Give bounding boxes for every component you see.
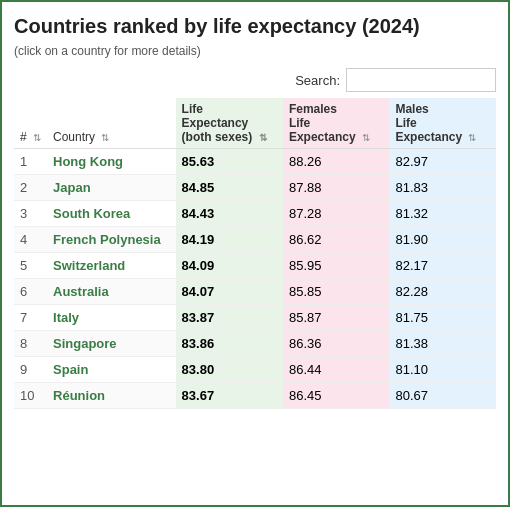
table-row[interactable]: 5 Switzerland 84.09 85.95 82.17: [14, 253, 496, 279]
rank-cell: 6: [14, 279, 47, 305]
country-cell[interactable]: Hong Kong: [47, 149, 176, 175]
males-cell: 81.38: [389, 331, 496, 357]
males-header: MalesLifeExpectancy ⇅: [389, 98, 496, 149]
table-row[interactable]: 10 Réunion 83.67 86.45 80.67: [14, 383, 496, 409]
country-cell[interactable]: Réunion: [47, 383, 176, 409]
males-cell: 80.67: [389, 383, 496, 409]
country-link[interactable]: Hong Kong: [53, 154, 123, 169]
rank-header: # ⇅: [14, 98, 47, 149]
males-cell: 81.83: [389, 175, 496, 201]
page-title: Countries ranked by life expectancy (202…: [14, 14, 496, 38]
table-row[interactable]: 9 Spain 83.80 86.44 81.10: [14, 357, 496, 383]
females-cell: 85.95: [283, 253, 390, 279]
females-cell: 86.36: [283, 331, 390, 357]
life-exp-cell: 83.67: [176, 383, 283, 409]
page-container: Countries ranked by life expectancy (202…: [2, 2, 508, 417]
table-row[interactable]: 8 Singapore 83.86 86.36 81.38: [14, 331, 496, 357]
females-cell: 85.85: [283, 279, 390, 305]
country-link[interactable]: Japan: [53, 180, 91, 195]
country-link[interactable]: French Polynesia: [53, 232, 161, 247]
country-cell[interactable]: Singapore: [47, 331, 176, 357]
country-link[interactable]: Réunion: [53, 388, 105, 403]
rank-cell: 10: [14, 383, 47, 409]
table-row[interactable]: 1 Hong Kong 85.63 88.26 82.97: [14, 149, 496, 175]
table-row[interactable]: 7 Italy 83.87 85.87 81.75: [14, 305, 496, 331]
country-cell[interactable]: Switzerland: [47, 253, 176, 279]
females-cell: 86.44: [283, 357, 390, 383]
females-sort-icon[interactable]: ⇅: [362, 132, 370, 143]
rank-sort-icon[interactable]: ⇅: [33, 132, 41, 143]
country-link[interactable]: Spain: [53, 362, 88, 377]
males-cell: 82.97: [389, 149, 496, 175]
search-bar: Search:: [14, 68, 496, 92]
table-row[interactable]: 2 Japan 84.85 87.88 81.83: [14, 175, 496, 201]
life-exp-cell: 84.19: [176, 227, 283, 253]
rank-cell: 4: [14, 227, 47, 253]
males-cell: 81.10: [389, 357, 496, 383]
life-exp-cell: 85.63: [176, 149, 283, 175]
table-row[interactable]: 3 South Korea 84.43 87.28 81.32: [14, 201, 496, 227]
country-cell[interactable]: Japan: [47, 175, 176, 201]
males-cell: 81.75: [389, 305, 496, 331]
females-cell: 86.62: [283, 227, 390, 253]
country-link[interactable]: Singapore: [53, 336, 117, 351]
life-exp-cell: 84.09: [176, 253, 283, 279]
males-cell: 82.17: [389, 253, 496, 279]
country-cell[interactable]: Italy: [47, 305, 176, 331]
males-sort-icon[interactable]: ⇅: [468, 132, 476, 143]
country-cell[interactable]: Spain: [47, 357, 176, 383]
life-exp-cell: 84.07: [176, 279, 283, 305]
females-cell: 87.28: [283, 201, 390, 227]
rank-cell: 7: [14, 305, 47, 331]
life-expectancy-header: LifeExpectancy(both sexes) ⇅: [176, 98, 283, 149]
table-row[interactable]: 6 Australia 84.07 85.85 82.28: [14, 279, 496, 305]
life-exp-cell: 84.85: [176, 175, 283, 201]
rank-cell: 2: [14, 175, 47, 201]
rank-cell: 8: [14, 331, 47, 357]
life-sort-icon[interactable]: ⇅: [259, 132, 267, 143]
country-link[interactable]: Australia: [53, 284, 109, 299]
rank-cell: 9: [14, 357, 47, 383]
country-link[interactable]: Switzerland: [53, 258, 125, 273]
females-cell: 85.87: [283, 305, 390, 331]
females-cell: 88.26: [283, 149, 390, 175]
page-subtitle: (click on a country for more details): [14, 44, 496, 58]
life-exp-cell: 83.80: [176, 357, 283, 383]
country-header: Country ⇅: [47, 98, 176, 149]
country-link[interactable]: Italy: [53, 310, 79, 325]
data-table: # ⇅ Country ⇅ LifeExpectancy(both sexes)…: [14, 98, 496, 409]
life-exp-cell: 83.87: [176, 305, 283, 331]
life-exp-cell: 83.86: [176, 331, 283, 357]
country-cell[interactable]: French Polynesia: [47, 227, 176, 253]
males-cell: 82.28: [389, 279, 496, 305]
females-cell: 86.45: [283, 383, 390, 409]
males-cell: 81.32: [389, 201, 496, 227]
females-header: FemalesLifeExpectancy ⇅: [283, 98, 390, 149]
country-sort-icon[interactable]: ⇅: [101, 132, 109, 143]
males-cell: 81.90: [389, 227, 496, 253]
country-cell[interactable]: Australia: [47, 279, 176, 305]
country-cell[interactable]: South Korea: [47, 201, 176, 227]
table-row[interactable]: 4 French Polynesia 84.19 86.62 81.90: [14, 227, 496, 253]
search-label: Search:: [295, 73, 340, 88]
females-cell: 87.88: [283, 175, 390, 201]
life-exp-cell: 84.43: [176, 201, 283, 227]
rank-cell: 5: [14, 253, 47, 279]
rank-cell: 3: [14, 201, 47, 227]
rank-cell: 1: [14, 149, 47, 175]
search-input[interactable]: [346, 68, 496, 92]
country-link[interactable]: South Korea: [53, 206, 130, 221]
